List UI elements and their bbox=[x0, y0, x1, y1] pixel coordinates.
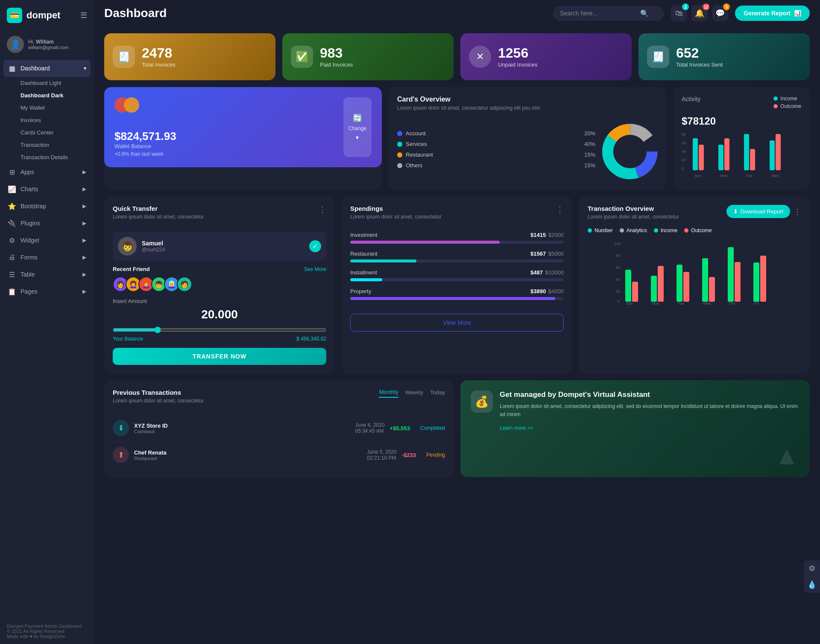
wallet-change: +0.8% than last week bbox=[114, 151, 338, 157]
sidebar-item-pages[interactable]: 📋 Pages ▶ bbox=[3, 283, 91, 300]
view-more-button[interactable]: View More bbox=[350, 314, 564, 332]
stat-icon-4: 🧾 bbox=[647, 46, 669, 68]
prev-tx-title: Previous Transactions bbox=[113, 389, 204, 396]
content-area: 🧾 2478 Total Invoices ✅ 983 Paid Invoice… bbox=[94, 26, 820, 644]
spending-restaurant-label: Restaurant bbox=[350, 251, 378, 257]
nav-sub-invoices[interactable]: Invoices bbox=[16, 114, 91, 126]
svg-text:Sun: Sun bbox=[626, 301, 633, 306]
sidebar-item-bootstrap[interactable]: ⭐ Bootstrap ▶ bbox=[3, 198, 91, 215]
qt-more-dots[interactable]: ⋮ bbox=[319, 205, 326, 214]
messages-button[interactable]: 💬 5 bbox=[712, 5, 728, 21]
installment-bar-fill bbox=[350, 278, 382, 281]
pie-center bbox=[613, 135, 647, 168]
pie-chart-area: Account 20% Services 40% Restaurant 15% bbox=[397, 124, 658, 179]
search-icon: 🔍 bbox=[640, 9, 649, 17]
sidebar-footer: Dompet Payment Admin Dashboard © 2021 Al… bbox=[0, 618, 94, 644]
activity-card: Activity Income Outcome $78120 8 bbox=[673, 87, 810, 189]
settings-float-button[interactable]: ⚙ bbox=[804, 560, 820, 577]
tx-legend-income-label: Income bbox=[661, 227, 677, 233]
generate-report-button[interactable]: Generate Report 📊 bbox=[735, 6, 810, 21]
sidebar-item-apps[interactable]: ⊞ Apps ▶ bbox=[3, 163, 91, 181]
notifications-button[interactable]: 🔔 12 bbox=[691, 5, 708, 21]
nav-sub-dashboard-light[interactable]: Dashboard Light bbox=[16, 77, 91, 89]
chat-badge: 5 bbox=[723, 3, 730, 10]
contact-info: Samuel @sum224 bbox=[142, 240, 165, 253]
sidebar-item-dashboard[interactable]: ▦ Dashboard ▾ bbox=[3, 60, 91, 77]
tx-fri-income bbox=[753, 262, 759, 302]
bottom-pair: Previous Transactions Lorem ipsum dolor … bbox=[104, 380, 810, 477]
tx-legend-analytics-label: Analytics bbox=[627, 227, 647, 233]
svg-text:0: 0 bbox=[618, 299, 620, 303]
outcome-legend-label: Outcome bbox=[780, 103, 801, 109]
nav-sub-transaction[interactable]: Transaction bbox=[16, 139, 91, 151]
sidebar-item-plugins[interactable]: 🔌 Plugins ▶ bbox=[3, 215, 91, 232]
stat-icon-3: ✕ bbox=[469, 46, 491, 68]
spending-investment-amounts: $1415 $2000 bbox=[530, 232, 564, 238]
qt-title-area: Quick Transfer Lorem ipsum dolor sit ame… bbox=[113, 205, 204, 226]
tab-today[interactable]: Today bbox=[430, 389, 445, 398]
tx-more-dots[interactable]: ⋮ bbox=[794, 207, 801, 216]
hamburger-icon[interactable]: ☰ bbox=[80, 11, 87, 20]
bag-button[interactable]: 🛍 2 bbox=[671, 5, 687, 21]
water-float-button[interactable]: 💧 bbox=[804, 577, 820, 593]
sidebar-item-widget[interactable]: ⚙ Widget ▶ bbox=[3, 232, 91, 249]
friend-avatar-6[interactable]: 🧑 bbox=[177, 277, 192, 292]
bootstrap-icon: ⭐ bbox=[8, 202, 16, 210]
stat-icon-1: 🧾 bbox=[113, 46, 135, 68]
spending-restaurant-amounts: $1567 $5000 bbox=[530, 251, 564, 257]
legend-restaurant: Restaurant 15% bbox=[397, 152, 595, 158]
activity-amount: $78120 bbox=[682, 115, 801, 127]
middle-row: $824,571.93 Wallet Balance +0.8% than la… bbox=[104, 87, 810, 189]
tab-monthly[interactable]: Monthly bbox=[379, 389, 398, 398]
nav-sub-cards-center[interactable]: Cards Center bbox=[16, 126, 91, 139]
spendings-more-dots[interactable]: ⋮ bbox=[556, 205, 564, 214]
sidebar-item-charts[interactable]: 📈 Charts ▶ bbox=[3, 181, 91, 198]
pie-chart bbox=[602, 124, 658, 179]
spending-installment-header: Installment $487 $10000 bbox=[350, 269, 564, 276]
sidebar-pages-label: Pages bbox=[20, 288, 38, 295]
spending-investment: Investment $1415 $2000 bbox=[350, 232, 564, 244]
transfer-now-button[interactable]: TRANSFER NOW bbox=[113, 348, 326, 365]
table-icon: ☰ bbox=[8, 270, 16, 279]
table-arrow-icon: ▶ bbox=[82, 271, 86, 277]
spendings-card: Spendings Lorem ipsum dolor sit amet, co… bbox=[342, 196, 572, 373]
bootstrap-arrow-icon: ▶ bbox=[82, 203, 86, 209]
mon-income-bar bbox=[718, 145, 723, 170]
dashboard-icon: ▦ bbox=[8, 64, 16, 73]
stat-card-total-invoices: 🧾 2478 Total Invoices bbox=[104, 33, 275, 80]
tab-weekly[interactable]: Weekly bbox=[405, 389, 423, 398]
generate-btn-label: Generate Report bbox=[744, 10, 791, 17]
nav-sub-transaction-details[interactable]: Transaction Details bbox=[16, 151, 91, 163]
nav-sub-dashboard-dark[interactable]: Dashboard Dark bbox=[16, 89, 91, 102]
tx1-name: XYZ Store ID bbox=[134, 423, 168, 429]
download-report-button[interactable]: ⬇ Download Report bbox=[726, 205, 790, 218]
sidebar-table-label: Table bbox=[20, 271, 35, 278]
income-legend-label: Income bbox=[780, 96, 797, 102]
legend-account-label: Account bbox=[406, 130, 581, 137]
generate-btn-icon: 📊 bbox=[794, 10, 801, 17]
sidebar-item-forms[interactable]: 🖨 Forms ▶ bbox=[3, 249, 91, 266]
spending-property-label: Property bbox=[350, 288, 371, 294]
sidebar-charts-label: Charts bbox=[20, 186, 38, 192]
chart-legend: Account 20% Services 40% Restaurant 15% bbox=[397, 130, 595, 173]
nav-sub-wallet[interactable]: My Wallet bbox=[16, 102, 91, 114]
legend-account: Account 20% bbox=[397, 130, 595, 137]
pages-icon: 📋 bbox=[8, 287, 16, 296]
plugins-icon: 🔌 bbox=[8, 219, 16, 227]
tx-desc: Lorem ipsum dolor sit amet, consectetur bbox=[588, 214, 679, 220]
sidebar-item-table[interactable]: ☰ Table ▶ bbox=[3, 266, 91, 283]
va-learn-more-link[interactable]: Learn more >> bbox=[500, 425, 533, 431]
see-more-link[interactable]: See More bbox=[304, 266, 326, 272]
search-box[interactable]: 🔍 bbox=[553, 6, 664, 21]
wallet-change-button[interactable]: 🔄 Change ▾ bbox=[343, 97, 372, 157]
svg-text:60: 60 bbox=[682, 141, 686, 145]
legend-account-pct: 20% bbox=[584, 130, 595, 137]
sidebar-nav: ▦ Dashboard ▾ Dashboard Light Dashboard … bbox=[0, 60, 94, 618]
amount-display: 20.000 bbox=[113, 308, 326, 321]
footer-line1: Dompet Payment Admin Dashboard bbox=[7, 624, 87, 629]
amount-slider[interactable] bbox=[113, 326, 326, 333]
search-input[interactable] bbox=[560, 10, 637, 17]
sun-income-bar bbox=[693, 138, 698, 170]
restaurant-bar-fill bbox=[350, 259, 416, 262]
tx2-amount: -$233 bbox=[402, 452, 416, 458]
